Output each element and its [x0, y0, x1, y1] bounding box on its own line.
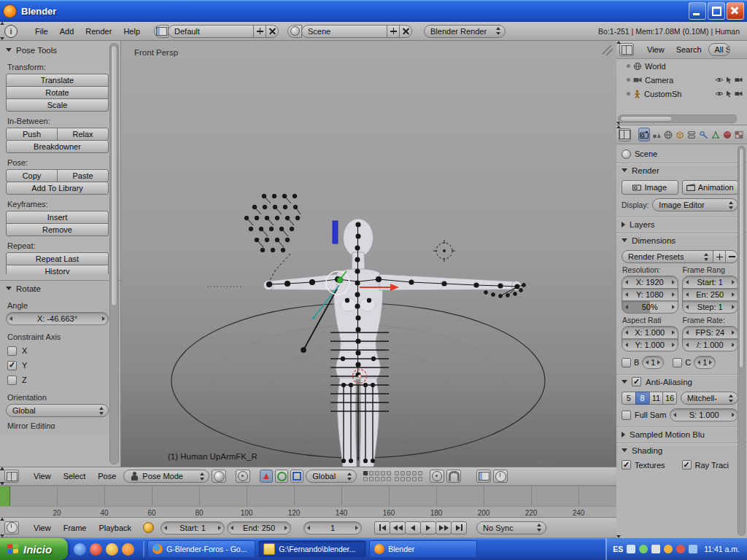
editor-type-dropdown-arrows[interactable]: [21, 27, 26, 35]
aa-filter-dropdown[interactable]: Mitchell-: [681, 392, 738, 405]
crop-checkbox[interactable]: [673, 358, 682, 368]
fps-field[interactable]: FPS: 24: [682, 326, 739, 339]
selectable-cursor-icon[interactable]: [726, 90, 732, 98]
editor-type-arrows[interactable]: [21, 470, 26, 478]
axis-x-checkbox[interactable]: [7, 346, 17, 356]
tray-icon-5[interactable]: [676, 545, 685, 553]
render-panel-header[interactable]: Render: [616, 163, 747, 177]
aa-samples-11[interactable]: 11: [649, 392, 664, 405]
timeline-editor-button[interactable]: [4, 521, 19, 534]
frame-step-field[interactable]: Step: 1: [682, 300, 739, 314]
resolution-x-field[interactable]: X: 1920: [622, 276, 678, 289]
task-button-explorer[interactable]: G:\Fernando\blender...: [258, 540, 366, 558]
antialiasing-panel-header[interactable]: ✓ Anti-Aliasing: [616, 374, 747, 389]
tab-object-data[interactable]: [710, 128, 721, 141]
tab-material[interactable]: [722, 128, 733, 141]
resolution-y-field[interactable]: Y: 1080: [622, 288, 678, 301]
viewport-canvas[interactable]: [121, 41, 616, 467]
render-animation-button[interactable]: Animation: [682, 180, 739, 195]
render-opengl-button[interactable]: [476, 470, 491, 483]
v3d-menu-view[interactable]: View: [28, 467, 56, 485]
shading-arrows[interactable]: [228, 470, 233, 478]
manipulator-translate-button[interactable]: [260, 470, 273, 483]
pivot-arrows[interactable]: [252, 470, 258, 478]
border-checkbox[interactable]: [622, 358, 631, 368]
v3d-menu-select[interactable]: Select: [58, 467, 91, 485]
outliner-menu-view[interactable]: View: [642, 41, 670, 58]
sync-dropdown[interactable]: No Sync: [476, 521, 546, 534]
screen-layout-icon[interactable]: [154, 25, 169, 38]
quicklaunch-messenger-icon[interactable]: [106, 543, 118, 556]
shading-panel-header[interactable]: Shading: [616, 443, 747, 457]
menu-render[interactable]: Render: [80, 22, 117, 40]
outliner-item-camera[interactable]: Camera: [616, 73, 747, 87]
axis-z-checkbox[interactable]: [7, 376, 17, 385]
current-frame-field[interactable]: 1: [303, 521, 362, 534]
close-button[interactable]: [727, 2, 744, 20]
aspect-x-field[interactable]: X: 1.000: [622, 326, 678, 339]
filter-size-field[interactable]: S: 1.000: [670, 408, 738, 421]
history-button[interactable]: History: [6, 265, 109, 274]
dimensions-panel-header[interactable]: Dimensions: [616, 233, 747, 247]
prev-keyframe-button[interactable]: [390, 521, 406, 534]
timeline-menu-frame[interactable]: Frame: [58, 518, 92, 537]
map-new-field[interactable]: 1: [694, 356, 716, 369]
scene-icon[interactable]: [287, 25, 302, 38]
render-image-button[interactable]: Image: [622, 180, 678, 195]
quicklaunch-ie-icon[interactable]: [74, 543, 86, 556]
outliner-item-customshape[interactable]: CustomSh: [616, 87, 747, 101]
angle-value-slider[interactable]: X: -46.663°: [6, 312, 109, 325]
tray-icon-4[interactable]: [664, 545, 673, 553]
outliner-menu-search[interactable]: Search: [671, 41, 707, 58]
tab-render[interactable]: [638, 128, 650, 141]
add-to-library-button[interactable]: Add To Library: [6, 182, 109, 195]
aspect-y-field[interactable]: Y: 1.000: [622, 338, 678, 351]
frame-start-field[interactable]: Start: 1: [160, 521, 225, 534]
autokey-record-button[interactable]: [143, 522, 154, 533]
snap-button[interactable]: [446, 470, 461, 483]
menu-add[interactable]: Add: [55, 22, 80, 40]
visibility-eye-icon[interactable]: [715, 90, 724, 97]
render-opengl-anim-button[interactable]: [493, 470, 508, 483]
task-button-blender[interactable]: Blender: [369, 540, 477, 558]
layer-selector[interactable]: [363, 471, 423, 482]
title-bar[interactable]: Blender: [0, 0, 747, 22]
viewport-3d[interactable]: Front Persp (1) Human UpArmFK_R: [121, 41, 616, 467]
minimize-button[interactable]: [689, 2, 706, 20]
language-indicator[interactable]: ES: [613, 545, 623, 553]
editor-type-arrows[interactable]: [632, 128, 636, 136]
repeat-last-button[interactable]: Repeat Last: [6, 252, 109, 265]
selectable-cursor-icon[interactable]: [726, 77, 732, 84]
renderable-camera-icon[interactable]: [735, 90, 743, 97]
start-button[interactable]: Inicio: [0, 538, 68, 560]
delete-scene-button[interactable]: [399, 25, 412, 38]
render-presets-dropdown[interactable]: Render Presets: [622, 250, 713, 263]
properties-scrollbar[interactable]: [738, 146, 746, 536]
scale-button[interactable]: Scale: [6, 98, 109, 112]
renderable-camera-icon[interactable]: [735, 77, 743, 83]
task-button-browser[interactable]: G-Blender-Foros - Go...: [147, 540, 255, 558]
resolution-percentage-slider[interactable]: 50%: [622, 300, 678, 314]
editor-type-arrows[interactable]: [635, 44, 640, 52]
display-dropdown[interactable]: Image Editor: [652, 198, 738, 211]
tray-icon-3[interactable]: [651, 545, 660, 553]
copy-pose-button[interactable]: Copy: [6, 169, 58, 182]
tab-scene[interactable]: [651, 128, 662, 141]
frame-start-field[interactable]: Start: 1: [682, 276, 739, 289]
rotate-button[interactable]: Rotate: [6, 86, 109, 99]
tray-icon-2[interactable]: [639, 545, 648, 553]
layers-panel-header[interactable]: Layers: [616, 217, 747, 231]
tool-shelf-scrollbar[interactable]: [109, 43, 119, 464]
motion-blur-panel-header[interactable]: Sampled Motion Blu: [616, 427, 747, 441]
info-editor-icon[interactable]: i: [4, 25, 18, 38]
properties-editor-button[interactable]: [619, 128, 631, 141]
antialiasing-checkbox[interactable]: ✓: [632, 377, 641, 386]
v3d-menu-pose[interactable]: Pose: [93, 467, 121, 485]
outliner-filter-dropdown[interactable]: All Scenes: [708, 43, 730, 56]
play-reverse-button[interactable]: [405, 521, 421, 534]
tab-constraints[interactable]: [686, 128, 697, 141]
frame-end-field[interactable]: En: 250: [682, 288, 739, 301]
tab-modifiers[interactable]: [698, 128, 709, 141]
visibility-eye-icon[interactable]: [715, 77, 724, 83]
add-scene-button[interactable]: [387, 25, 400, 38]
